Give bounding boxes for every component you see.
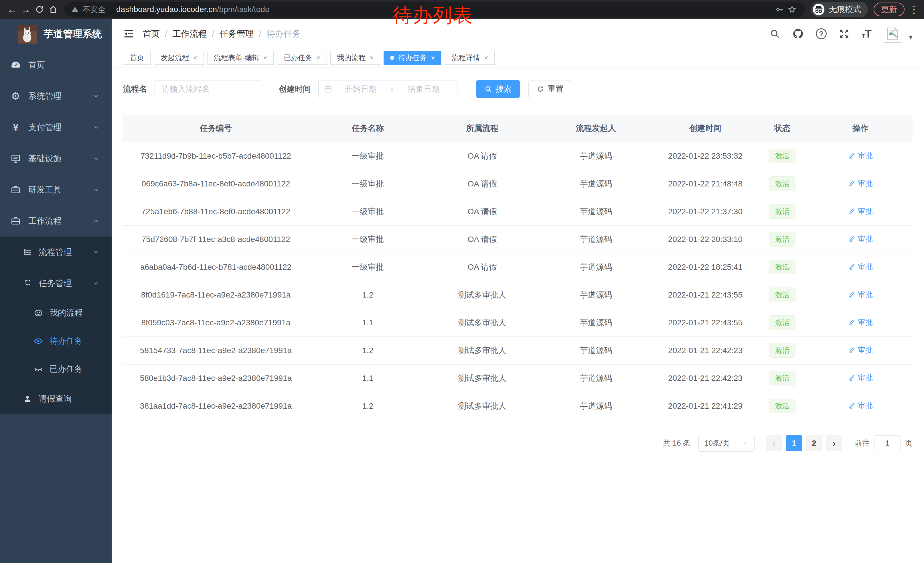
- tab-close-icon[interactable]: ×: [484, 54, 488, 62]
- update-button[interactable]: 更新: [874, 3, 904, 17]
- home-icon[interactable]: [46, 3, 60, 17]
- browser-menu-icon[interactable]: ⋮: [909, 4, 919, 15]
- sidebar-item-label: 请假查询: [39, 393, 72, 405]
- breadcrumb-item[interactable]: 首页: [142, 28, 160, 40]
- sidebar-item-home[interactable]: 首页: [0, 49, 112, 81]
- cell-task-name: 1.2: [309, 336, 427, 364]
- search-icon[interactable]: [770, 29, 780, 39]
- approve-link[interactable]: 审批: [848, 401, 873, 411]
- face-icon: [33, 308, 44, 318]
- tab-todo-tasks[interactable]: 待办任务 ×: [384, 51, 441, 65]
- cell-task-id: 75d72608-7b7f-11ec-a3c8-acde48001122: [123, 225, 309, 253]
- dashboard-icon: [9, 60, 22, 70]
- process-name-input[interactable]: [154, 80, 261, 98]
- col-status: 状态: [756, 114, 808, 142]
- fullscreen-icon[interactable]: [839, 29, 850, 39]
- cell-task-name: 1.1: [309, 364, 427, 392]
- url-path: /bpm/task/todo: [217, 5, 270, 14]
- search-button[interactable]: 搜索: [476, 80, 520, 98]
- tab-close-icon[interactable]: ×: [369, 54, 374, 62]
- approve-link[interactable]: 审批: [848, 234, 873, 244]
- refresh-icon: [537, 86, 544, 93]
- sidebar-item-todo-tasks[interactable]: 待办任务: [0, 327, 112, 355]
- page-size-select[interactable]: 10条/页: [699, 435, 754, 452]
- sidebar-item-done-tasks[interactable]: 已办任务: [0, 355, 112, 383]
- tab-close-icon[interactable]: ×: [263, 54, 267, 62]
- sidebar-item-devtools[interactable]: 研发工具: [0, 174, 112, 205]
- tab-close-icon[interactable]: ×: [431, 54, 435, 62]
- goto-page-input[interactable]: [874, 435, 900, 451]
- toolbox-icon: [9, 185, 22, 195]
- tab-close-icon[interactable]: ×: [193, 54, 197, 62]
- approve-link[interactable]: 审批: [848, 151, 873, 161]
- sidebar-item-process-mgmt[interactable]: 流程管理: [0, 237, 112, 268]
- filter-bar: 流程名 创建时间 开始日期 - 结束日期 搜索 重置: [123, 80, 912, 98]
- tab-form-edit[interactable]: 流程表单-编辑 ×: [207, 51, 274, 65]
- breadcrumb-item[interactable]: 工作流程: [172, 28, 207, 40]
- breadcrumb-item[interactable]: 任务管理: [219, 28, 254, 40]
- tab-process-detail[interactable]: 流程详情 ×: [445, 51, 495, 65]
- tab-start-process[interactable]: 发起流程 ×: [154, 51, 204, 65]
- status-badge: 激活: [769, 343, 795, 358]
- sidebar-item-workflow[interactable]: 工作流程: [0, 205, 112, 237]
- approve-link[interactable]: 审批: [848, 345, 873, 355]
- tab-close-icon[interactable]: ×: [316, 54, 320, 62]
- tab-home[interactable]: 首页: [123, 51, 151, 65]
- page-suffix-label: 页: [905, 438, 912, 448]
- prev-page-button[interactable]: ‹: [766, 435, 782, 451]
- task-table: 任务编号 任务名称 所属流程 流程发起人 创建时间 状态 操作 73211d9d…: [123, 114, 912, 420]
- approve-link[interactable]: 审批: [848, 179, 873, 188]
- sidebar-item-payment[interactable]: ¥ 支付管理: [0, 112, 112, 143]
- cell-task-name: 一级审批: [309, 225, 427, 253]
- col-task-name: 任务名称: [309, 114, 427, 142]
- reload-icon[interactable]: [33, 3, 46, 17]
- avatar[interactable]: [884, 25, 902, 43]
- approve-link[interactable]: 审批: [848, 317, 873, 327]
- cell-process: OA 请假: [427, 170, 538, 198]
- page-button-2[interactable]: 2: [806, 435, 822, 451]
- next-page-button[interactable]: ›: [826, 435, 842, 451]
- total-count: 共 16 条: [663, 438, 690, 448]
- eye-icon: [33, 336, 44, 346]
- approve-link[interactable]: 审批: [848, 290, 873, 300]
- approve-link[interactable]: 审批: [848, 262, 873, 272]
- workflow-submenu: 流程管理 任务管理 我的流程: [0, 237, 112, 414]
- sidebar-item-my-process[interactable]: 我的流程: [0, 299, 112, 327]
- cell-starter: 芋道源码: [538, 392, 654, 420]
- key-icon[interactable]: [773, 3, 786, 17]
- github-icon[interactable]: [792, 28, 804, 39]
- sidebar-item-system[interactable]: ⚙ 系统管理: [0, 81, 112, 112]
- toolbox-icon: [9, 216, 22, 226]
- url-host: dashboard.yudao.iocoder.cn: [116, 5, 217, 14]
- status-badge: 激活: [769, 399, 795, 413]
- date-range-input[interactable]: 开始日期 - 结束日期: [318, 80, 458, 98]
- font-size-icon[interactable]: тT: [862, 29, 872, 39]
- collapse-sidebar-icon[interactable]: [123, 28, 135, 39]
- chevron-up-icon: [93, 218, 100, 225]
- tab-done-tasks[interactable]: 已办任务 ×: [277, 51, 327, 65]
- cell-create-time: 2022-01-21 22:42:23: [654, 336, 756, 364]
- approve-link[interactable]: 审批: [848, 373, 873, 383]
- goto-label: 前往: [855, 438, 870, 448]
- avatar-caret-icon[interactable]: ▾: [909, 33, 912, 43]
- breadcrumb-separator: /: [212, 29, 214, 39]
- table-row: 8f059c03-7ac8-11ec-a9e2-a2380e71991a 1.1…: [123, 309, 912, 336]
- help-icon[interactable]: ?: [816, 29, 826, 39]
- status-badge: 激活: [769, 288, 795, 302]
- back-icon[interactable]: ←: [5, 3, 19, 17]
- approve-link[interactable]: 审批: [848, 206, 873, 216]
- breadcrumb-separator: /: [165, 29, 167, 39]
- page-button-1[interactable]: 1: [786, 435, 802, 451]
- sidebar-item-infra[interactable]: 基础设施: [0, 143, 112, 174]
- star-icon[interactable]: [786, 3, 798, 17]
- sidebar-item-leave-query[interactable]: 请假查询: [0, 383, 112, 414]
- cell-process: 测试多审批人: [427, 309, 538, 336]
- tab-my-process[interactable]: 我的流程 ×: [330, 51, 380, 65]
- cell-task-id: 069c6a63-7b8a-11ec-8ef0-acde48001122: [123, 170, 309, 198]
- forward-icon[interactable]: →: [19, 3, 33, 17]
- cell-process: 测试多审批人: [427, 364, 538, 392]
- reset-button[interactable]: 重置: [528, 80, 572, 98]
- sidebar-item-task-mgmt[interactable]: 任务管理: [0, 268, 112, 299]
- edit-icon: [848, 318, 856, 326]
- yen-icon: ¥: [9, 122, 22, 133]
